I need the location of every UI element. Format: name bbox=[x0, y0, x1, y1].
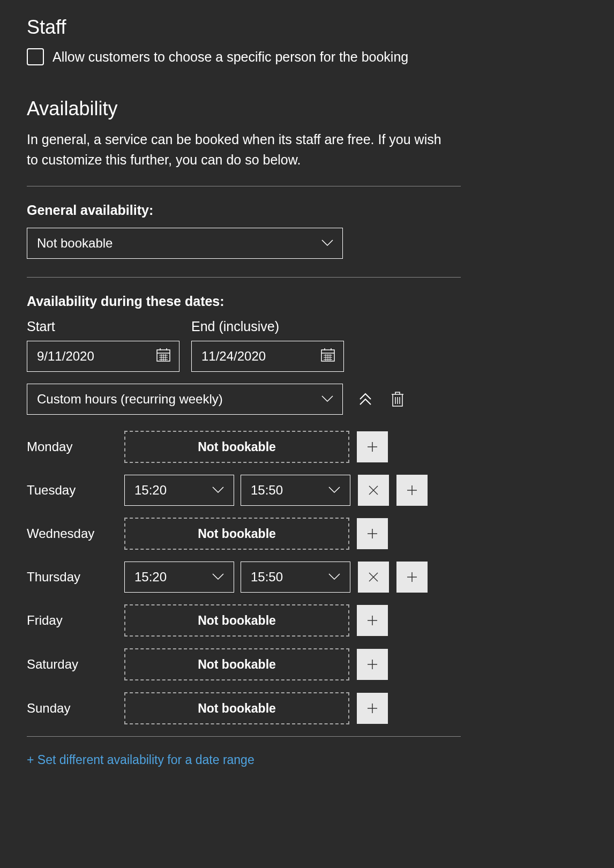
remove-time-button[interactable] bbox=[358, 562, 389, 593]
end-time-select[interactable]: 15:50 bbox=[241, 562, 350, 593]
hours-type-value: Custom hours (recurring weekly) bbox=[37, 392, 223, 407]
divider bbox=[27, 277, 461, 278]
day-row: WednesdayNot bookable bbox=[27, 518, 587, 550]
collapse-button[interactable] bbox=[356, 390, 375, 409]
start-time-select[interactable]: 15:20 bbox=[124, 475, 234, 506]
not-bookable-box: Not bookable bbox=[124, 431, 349, 463]
day-label: Tuesday bbox=[27, 483, 117, 498]
plus-icon bbox=[366, 702, 378, 714]
general-availability-label: General availability: bbox=[27, 203, 587, 218]
start-date-label: Start bbox=[27, 319, 179, 334]
allow-choose-person-label: Allow customers to choose a specific per… bbox=[53, 49, 408, 65]
end-date-input[interactable]: 11/24/2020 bbox=[191, 341, 344, 372]
not-bookable-box: Not bookable bbox=[124, 692, 349, 724]
start-date-value: 9/11/2020 bbox=[37, 349, 94, 363]
chevron-down-icon bbox=[328, 487, 340, 494]
calendar-icon bbox=[156, 348, 170, 365]
plus-icon bbox=[406, 571, 418, 583]
add-date-range-link[interactable]: + Set different availability for a date … bbox=[27, 753, 254, 767]
day-row: MondayNot bookable bbox=[27, 431, 587, 463]
delete-button[interactable] bbox=[388, 390, 407, 409]
day-row: SundayNot bookable bbox=[27, 692, 587, 724]
time-pair: 15:2015:50 bbox=[124, 475, 350, 506]
day-row: SaturdayNot bookable bbox=[27, 648, 587, 680]
hours-type-select[interactable]: Custom hours (recurring weekly) bbox=[27, 384, 343, 415]
add-time-button[interactable] bbox=[357, 605, 388, 636]
start-time-value: 15:20 bbox=[134, 483, 167, 497]
remove-time-button[interactable] bbox=[358, 475, 389, 506]
divider bbox=[27, 186, 461, 186]
plus-icon bbox=[406, 484, 418, 496]
chevron-down-icon bbox=[212, 573, 224, 581]
add-time-button[interactable] bbox=[357, 693, 388, 724]
end-time-value: 15:50 bbox=[251, 570, 283, 584]
start-time-value: 15:20 bbox=[134, 570, 167, 584]
allow-choose-person-checkbox[interactable] bbox=[27, 48, 44, 65]
end-date-value: 11/24/2020 bbox=[201, 349, 266, 363]
not-bookable-box: Not bookable bbox=[124, 518, 349, 550]
end-time-select[interactable]: 15:50 bbox=[241, 475, 350, 506]
plus-icon bbox=[366, 528, 378, 540]
time-pair: 15:2015:50 bbox=[124, 562, 350, 593]
start-time-select[interactable]: 15:20 bbox=[124, 562, 234, 593]
day-label: Friday bbox=[27, 613, 117, 628]
double-chevron-up-icon bbox=[358, 392, 373, 407]
trash-icon bbox=[391, 391, 405, 407]
add-time-button[interactable] bbox=[357, 649, 388, 680]
general-availability-value: Not bookable bbox=[37, 236, 113, 251]
end-time-value: 15:50 bbox=[251, 483, 283, 497]
chevron-down-icon bbox=[328, 573, 340, 581]
add-time-button[interactable] bbox=[396, 475, 428, 506]
general-availability-select[interactable]: Not bookable bbox=[27, 228, 343, 259]
day-row: Thursday15:2015:50 bbox=[27, 562, 587, 593]
add-time-button[interactable] bbox=[357, 518, 388, 549]
calendar-icon bbox=[321, 348, 335, 365]
close-icon bbox=[368, 484, 379, 496]
plus-icon bbox=[366, 659, 378, 670]
day-label: Thursday bbox=[27, 570, 117, 585]
close-icon bbox=[368, 571, 379, 583]
day-label: Sunday bbox=[27, 701, 117, 716]
staff-heading: Staff bbox=[27, 16, 587, 39]
day-label: Saturday bbox=[27, 657, 117, 672]
end-date-label: End (inclusive) bbox=[191, 319, 344, 334]
not-bookable-box: Not bookable bbox=[124, 648, 349, 680]
plus-icon bbox=[366, 441, 378, 453]
availability-dates-label: Availability during these dates: bbox=[27, 294, 587, 309]
day-label: Wednesday bbox=[27, 526, 117, 541]
day-label: Monday bbox=[27, 439, 117, 454]
chevron-down-icon bbox=[212, 487, 224, 494]
day-row: FridayNot bookable bbox=[27, 604, 587, 637]
availability-description: In general, a service can be booked when… bbox=[27, 130, 455, 170]
not-bookable-box: Not bookable bbox=[124, 604, 349, 637]
start-date-input[interactable]: 9/11/2020 bbox=[27, 341, 179, 372]
add-time-button[interactable] bbox=[396, 562, 428, 593]
plus-icon bbox=[366, 615, 378, 626]
add-time-button[interactable] bbox=[357, 431, 388, 462]
divider bbox=[27, 736, 461, 737]
day-row: Tuesday15:2015:50 bbox=[27, 475, 587, 506]
availability-heading: Availability bbox=[27, 98, 587, 120]
